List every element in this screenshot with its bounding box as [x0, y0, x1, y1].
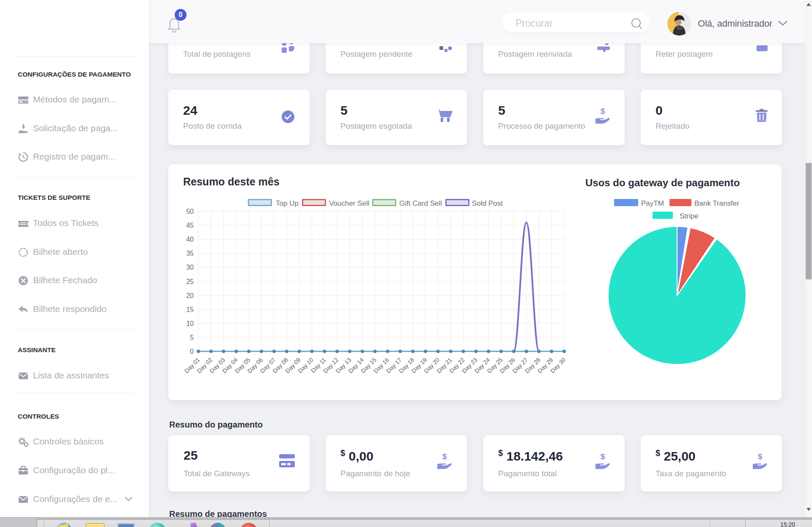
svg-text:15: 15: [186, 306, 194, 313]
svg-text:35: 35: [186, 250, 194, 257]
svg-text:25: 25: [186, 278, 194, 285]
svg-text:10: 10: [186, 320, 194, 327]
svg-text:30: 30: [186, 264, 194, 271]
svg-text:0: 0: [190, 348, 194, 355]
svg-text:$: $: [601, 452, 605, 461]
svg-text:40: 40: [186, 236, 194, 243]
svg-text:$: $: [442, 452, 447, 461]
svg-text:50: 50: [186, 208, 194, 215]
svg-text:5: 5: [190, 334, 194, 341]
svg-text:45: 45: [186, 222, 194, 229]
svg-text:$: $: [601, 107, 605, 116]
svg-text:$: $: [758, 452, 763, 461]
svg-text:20: 20: [186, 292, 194, 299]
